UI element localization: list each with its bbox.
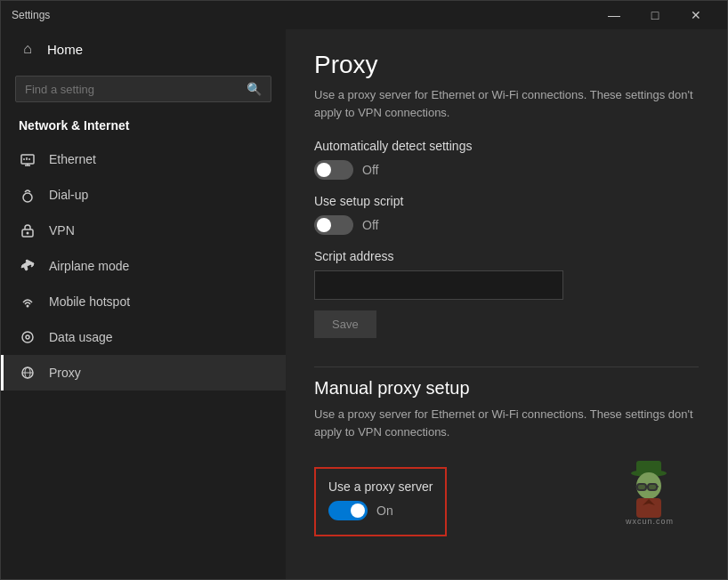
use-proxy-row: On	[328, 501, 433, 520]
auto-detect-toggle[interactable]	[314, 160, 353, 180]
proxy-icon	[19, 364, 36, 382]
dialup-label: Dial-up	[49, 188, 88, 202]
title-bar: Settings — □ ✕	[1, 1, 727, 29]
search-box[interactable]: 🔍	[15, 76, 271, 102]
settings-window: Settings — □ ✕ ⌂ Home 🔍 Network & Intern…	[0, 0, 728, 580]
svg-point-11	[26, 335, 29, 339]
search-input[interactable]	[25, 83, 247, 96]
sidebar-item-home[interactable]: ⌂ Home	[1, 29, 286, 68]
sidebar-item-ethernet[interactable]: Ethernet	[1, 141, 286, 177]
datausage-icon	[19, 328, 36, 346]
save-button[interactable]: Save	[314, 310, 376, 338]
setup-script-toggle[interactable]	[314, 215, 353, 235]
close-button[interactable]: ✕	[675, 1, 716, 29]
auto-detect-label: Automatically detect settings	[314, 139, 699, 153]
content-area: ⌂ Home 🔍 Network & Internet	[1, 29, 727, 579]
use-proxy-label: Use a proxy server	[328, 479, 433, 494]
airplane-label: Airplane mode	[49, 259, 129, 273]
setup-script-label: Use setup script	[314, 194, 699, 208]
spy-figure	[625, 455, 674, 513]
hotspot-label: Mobile hotspot	[49, 294, 130, 309]
datausage-label: Data usage	[49, 330, 113, 344]
manual-proxy-title: Manual proxy setup	[314, 378, 699, 399]
sidebar-item-dialup[interactable]: Dial-up	[1, 177, 286, 213]
setup-script-row: Off	[314, 215, 699, 235]
search-icon: 🔍	[247, 82, 262, 96]
svg-rect-19	[648, 484, 657, 490]
use-proxy-state: On	[376, 503, 393, 518]
auto-detect-row: Off	[314, 160, 699, 180]
svg-rect-0	[21, 155, 34, 164]
home-label: Home	[47, 42, 83, 57]
script-address-input[interactable]	[314, 270, 563, 300]
dialup-icon	[19, 186, 36, 204]
spy-svg	[625, 455, 674, 518]
sidebar-item-hotspot[interactable]: Mobile hotspot	[1, 284, 286, 319]
sidebar-item-airplane[interactable]: Airplane mode	[1, 248, 286, 284]
script-address-label: Script address	[314, 249, 699, 263]
ethernet-label: Ethernet	[49, 152, 96, 166]
setup-script-state: Off	[362, 218, 378, 232]
sidebar-item-vpn[interactable]: VPN	[1, 213, 286, 248]
svg-point-9	[27, 305, 29, 308]
window-title: Settings	[12, 9, 594, 21]
sidebar-section-label: Network & Internet	[1, 113, 286, 141]
watermark-text: wxcun.com	[625, 517, 674, 526]
svg-point-10	[22, 332, 33, 342]
sidebar: ⌂ Home 🔍 Network & Internet	[1, 29, 286, 579]
sidebar-item-datausage[interactable]: Data usage	[1, 319, 286, 355]
proxy-label: Proxy	[49, 366, 81, 380]
auto-detect-desc: Use a proxy server for Ethernet or Wi-Fi…	[314, 86, 699, 121]
svg-point-8	[27, 232, 29, 235]
svg-rect-16	[636, 461, 661, 474]
section-divider	[314, 367, 699, 367]
sidebar-item-proxy[interactable]: Proxy	[1, 355, 286, 391]
watermark: wxcun.com	[625, 455, 674, 526]
window-controls: — □ ✕	[594, 1, 716, 29]
proxy-server-box: Use a proxy server On	[314, 467, 447, 536]
hotspot-icon	[19, 293, 36, 310]
airplane-icon	[19, 257, 36, 275]
home-icon: ⌂	[19, 40, 36, 58]
maximize-button[interactable]: □	[635, 1, 675, 29]
use-proxy-toggle[interactable]	[328, 501, 368, 520]
ethernet-icon	[19, 150, 36, 168]
vpn-icon	[19, 222, 36, 239]
svg-point-6	[23, 193, 32, 202]
main-content: Proxy Use a proxy server for Ethernet or…	[286, 29, 727, 579]
svg-rect-18	[637, 484, 646, 490]
auto-detect-state: Off	[362, 163, 378, 177]
vpn-label: VPN	[49, 223, 75, 238]
manual-proxy-desc: Use a proxy server for Ethernet or Wi-Fi…	[314, 406, 699, 440]
page-title: Proxy	[314, 51, 699, 79]
minimize-button[interactable]: —	[594, 1, 635, 29]
